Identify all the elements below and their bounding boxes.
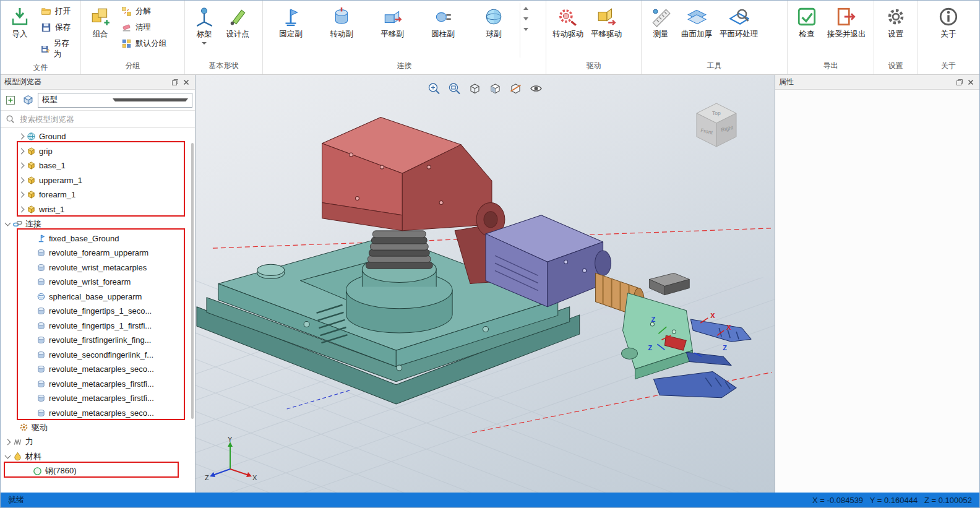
chevron-right-icon[interactable] [19, 134, 25, 140]
check-button[interactable]: 检查 [791, 3, 823, 41]
drives-category-icon [19, 423, 28, 432]
spherical-joint-button[interactable]: 球副 [469, 3, 518, 41]
gripper-sensor-block[interactable] [649, 273, 689, 295]
float-panel-button[interactable] [170, 77, 180, 87]
expand-all-button[interactable] [3, 93, 18, 108]
tree-item-label: revolute_metacarples_seco... [49, 408, 154, 418]
tree-item-forearm-1[interactable]: forearm_1 [1, 187, 195, 202]
chevron-right-icon[interactable] [19, 148, 25, 154]
shaded-cube-icon [489, 82, 502, 95]
tree-item-revolute-metacarples-second[interactable]: revolute_metacarples_seco... [1, 362, 195, 377]
revolute-joint-button[interactable]: 转动副 [317, 3, 366, 41]
default-group-button[interactable]: 默认分组 [118, 37, 170, 51]
translational-drive-button[interactable]: 平移驱动 [588, 3, 625, 41]
save-as-button[interactable]: 另存为 [37, 37, 77, 61]
bellows[interactable] [366, 231, 432, 269]
measure-button[interactable]: 测量 [645, 3, 677, 41]
combine-button[interactable]: 组合 [84, 3, 116, 41]
scroll-down-icon[interactable] [523, 17, 528, 20]
open-button[interactable]: 打开 [37, 4, 77, 19]
tree-item-revolute-metacarples-first-b[interactable]: revolute_metacarples_firstfi... [1, 391, 195, 406]
shaded-view-button[interactable] [488, 81, 503, 96]
tree-category-joints[interactable]: 连接 [1, 217, 195, 231]
float-panel-button[interactable] [955, 77, 965, 87]
tree-category-forces[interactable]: 力 [1, 435, 195, 450]
default-group-label: 默认分组 [135, 38, 166, 49]
frame-dropdown-caret-icon[interactable] [202, 42, 207, 45]
zoom-window-button[interactable] [447, 81, 462, 96]
tree-item-revolute-metacarples-second-b[interactable]: revolute_metacarples_seco... [1, 406, 195, 421]
frame-button[interactable]: 标架 [188, 3, 220, 46]
model-box-icon [23, 95, 33, 105]
status-ready-text: 就绪 [8, 494, 24, 506]
tree-item-ground[interactable]: Ground [1, 129, 195, 144]
tree-item-label: base_1 [39, 161, 66, 170]
tree-item-grip[interactable]: grip [1, 144, 195, 159]
tree-item-revolute-wrist-metacarples[interactable]: revolute_wrist_metacarples [1, 260, 195, 275]
tree-item-revolute-fingertips-1-second[interactable]: revolute_fingertips_1_seco... [1, 304, 195, 319]
isometric-view-button[interactable] [468, 81, 483, 96]
chevron-down-icon[interactable] [5, 452, 11, 458]
tree-filter-dropdown[interactable]: 模型 [38, 93, 192, 108]
tree-category-materials[interactable]: 材料 [1, 449, 195, 464]
translational-joint-button[interactable]: 平移副 [368, 3, 417, 41]
close-icon [967, 79, 974, 86]
tree-item-label: revolute_wrist_metacarples [49, 263, 147, 272]
tree-item-revolute-wrist-forearm[interactable]: revolute_wrist_forearm [1, 275, 195, 290]
section-view-button[interactable] [509, 81, 523, 96]
plus-box-icon [6, 95, 15, 105]
close-panel-button[interactable] [181, 77, 191, 87]
show-model-button[interactable] [20, 93, 35, 108]
tree-item-fixed-base-ground[interactable]: fixed_base_Ground [1, 231, 195, 246]
tree-item-upperarm-1[interactable]: upperarm_1 [1, 173, 195, 188]
chevron-down-icon[interactable] [5, 220, 11, 226]
tree-item-base-1[interactable]: base_1 [1, 158, 195, 173]
chevron-right-icon[interactable] [5, 439, 11, 445]
tree-category-drives[interactable]: 驱动 [1, 420, 195, 435]
tree-item-revolute-secondfingerlink[interactable]: revolute_secondfingerlink_f... [1, 348, 195, 363]
visibility-button[interactable] [529, 81, 544, 96]
scroll-up-icon[interactable] [523, 7, 528, 10]
about-button[interactable]: 关于 [932, 3, 965, 41]
tree-item-spherical-base-upperarm[interactable]: spherical_base_upperarm [1, 290, 195, 304]
tree-item-revolute-metacarples-first-a[interactable]: revolute_metacarples_firstfi... [1, 377, 195, 392]
view-cube-top-label[interactable]: Top [712, 110, 721, 116]
chevron-right-icon[interactable] [19, 163, 25, 169]
float-icon [171, 79, 179, 86]
planar-ring-button[interactable]: 平面环处理 [716, 3, 762, 41]
tree-item-revolute-forearm-upperarm[interactable]: revolute_forearm_upperarm [1, 246, 195, 260]
gallery-expand-icon[interactable] [523, 28, 528, 31]
save-button[interactable]: 保存 [37, 20, 77, 35]
tree-item-label: revolute_metacarples_seco... [49, 364, 154, 374]
open-label: 打开 [55, 6, 71, 17]
chevron-right-icon[interactable] [19, 192, 25, 198]
decompose-button[interactable]: 分解 [118, 4, 170, 19]
3d-scene[interactable]: X X Z Z Z [196, 75, 775, 493]
cylindrical-joint-button[interactable]: 圆柱副 [418, 3, 468, 41]
tree-item-revolute-fingertips-1-first[interactable]: revolute_fingertips_1_firstfi... [1, 319, 195, 334]
zoom-extents-button[interactable] [427, 81, 442, 96]
chevron-right-icon[interactable] [19, 177, 25, 183]
clean-icon [121, 22, 132, 33]
chevron-right-icon[interactable] [19, 206, 25, 212]
ribbon-group-drives: 转动驱动 平移驱动 驱动 [546, 1, 642, 74]
3d-viewport[interactable]: X X Z Z Z Top [196, 75, 775, 493]
tree-scrollbar[interactable] [191, 143, 194, 419]
settings-button[interactable]: 设置 [880, 3, 912, 41]
ground-icon [27, 132, 36, 141]
tree-item-wrist-1[interactable]: wrist_1 [1, 202, 195, 217]
import-button[interactable]: 导入 [4, 3, 36, 41]
spherical-joint-icon [37, 292, 46, 301]
tree-item-revolute-firstfingerlink[interactable]: revolute_firstfingerlink_fing... [1, 333, 195, 348]
accept-and-exit-button[interactable]: 接受并退出 [824, 3, 869, 41]
close-panel-button[interactable] [966, 77, 976, 87]
search-input[interactable] [19, 114, 190, 124]
clean-button[interactable]: 清理 [118, 20, 170, 35]
tree-item-steel-7860[interactable]: 钢(7860) [1, 464, 195, 479]
joints-scroll-strip [520, 3, 531, 58]
rotational-drive-button[interactable]: 转动驱动 [549, 3, 587, 41]
view-cube[interactable]: Top Front Right [690, 100, 742, 153]
design-point-button[interactable]: 设计点 [221, 3, 254, 41]
surface-thicken-button[interactable]: 曲面加厚 [678, 3, 715, 41]
fixed-joint-button[interactable]: 固定副 [266, 3, 316, 41]
